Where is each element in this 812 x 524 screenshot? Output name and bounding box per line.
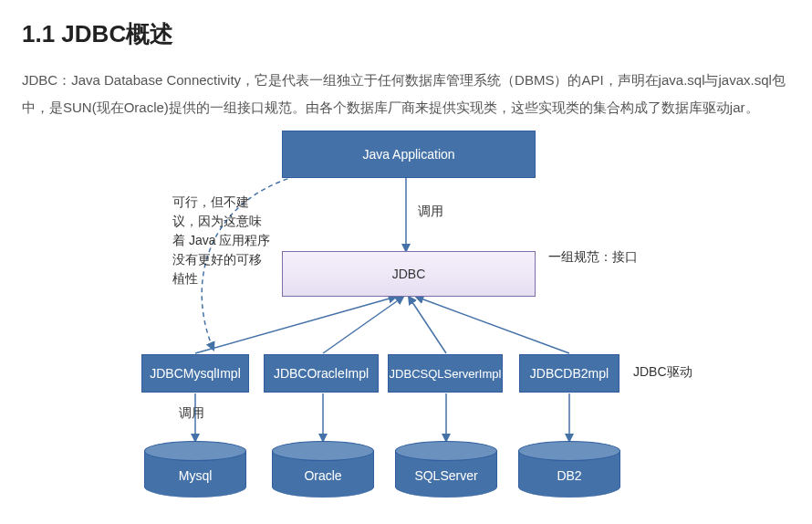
jdbc-label: JDBC <box>392 267 426 281</box>
db-db2-label: DB2 <box>518 468 620 483</box>
svg-line-4 <box>416 297 569 353</box>
impl-oracle-label: JDBCOracleImpl <box>274 366 369 381</box>
jdbc-box: JDBC <box>282 251 536 297</box>
section-heading: 1.1 JDBC概述 <box>22 18 790 50</box>
impl-mysql-box: JDBCMysqlImpl <box>141 354 249 393</box>
section-paragraph: JDBC：Java Database Connectivity，它是代表一组独立… <box>22 67 790 121</box>
db-sqlserver-label: SQLServer <box>395 468 497 483</box>
db-oracle-cylinder: Oracle <box>272 441 374 498</box>
jdbc-architecture-diagram: Java Application 调用 可行，但不建议，因为这意味着 Java … <box>22 131 790 523</box>
db-mysql-label: Mysql <box>144 468 246 483</box>
impl-db2-label: JDBCDB2mpl <box>530 366 609 381</box>
db-db2-cylinder: DB2 <box>518 441 620 498</box>
call-label-top: 调用 <box>418 202 443 221</box>
db-oracle-label: Oracle <box>272 468 374 483</box>
impl-sqlserver-box: JDBCSQLServerImpl <box>388 354 503 393</box>
note-right-text: 一组规范：接口 <box>548 247 638 267</box>
call-label-bottom: 调用 <box>179 403 204 423</box>
db-sqlserver-cylinder: SQLServer <box>395 441 497 498</box>
java-application-label: Java Application <box>362 147 454 162</box>
java-application-box: Java Application <box>282 131 536 178</box>
jdbc-driver-label: JDBC驱动 <box>633 362 692 382</box>
impl-sqlserver-label: JDBCSQLServerImpl <box>390 367 502 381</box>
note-left-text: 可行，但不建议，因为这意味着 Java 应用程序没有更好的可移植性 <box>172 193 273 288</box>
impl-mysql-label: JDBCMysqlImpl <box>150 366 241 381</box>
svg-line-2 <box>323 297 403 353</box>
svg-line-3 <box>409 297 446 353</box>
impl-oracle-box: JDBCOracleImpl <box>264 354 379 393</box>
impl-db2-box: JDBCDB2mpl <box>519 354 619 393</box>
db-mysql-cylinder: Mysql <box>144 441 246 498</box>
svg-line-1 <box>195 297 396 353</box>
